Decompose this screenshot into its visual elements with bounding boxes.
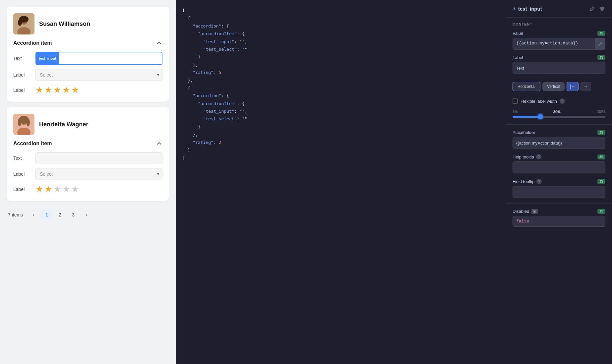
- orientation-field-group: Horizontal Vertical |← →: [506, 77, 612, 94]
- help-tooltip-input[interactable]: [513, 161, 605, 173]
- json-val-rating1: 5: [219, 70, 221, 75]
- field-tooltip-js-badge: JS: [597, 179, 605, 184]
- json-obj2-open: {: [188, 86, 190, 91]
- stars-row-2: Label ★ ★ ★ ★ ★: [13, 184, 162, 194]
- text-input-2[interactable]: [35, 152, 162, 164]
- field-tooltip-label: Field tooltip: [513, 179, 534, 184]
- user-row-1: Susan Williamson: [13, 13, 162, 34]
- stars-1: ★ ★ ★ ★ ★: [35, 85, 79, 95]
- left-panel: Susan Williamson Accordion item Text tes…: [0, 0, 176, 364]
- star-2-2[interactable]: ★: [44, 184, 52, 194]
- slider-fill: [513, 116, 540, 118]
- placeholder-field-group: Placeholder JS: [506, 127, 612, 152]
- json-editor[interactable]: [ { "accordion": { "accordionItem": { "t…: [176, 0, 506, 364]
- json-val-rating2: 2: [219, 140, 221, 145]
- star-2-5[interactable]: ★: [71, 184, 79, 194]
- rating-label-1: Label: [13, 88, 31, 93]
- divider-1: [506, 124, 612, 125]
- star-2-4[interactable]: ★: [62, 184, 70, 194]
- content-section-label: CONTENT: [506, 18, 612, 28]
- json-obj1-open: {: [188, 16, 190, 21]
- flexible-help-icon[interactable]: ?: [560, 98, 565, 104]
- font-icon: 𝐴: [513, 6, 516, 12]
- json-close-bracket: ]: [182, 155, 185, 160]
- avatar-susan-image: [13, 13, 34, 34]
- value-field-row: Value JS: [513, 31, 605, 36]
- json-item2-close: }: [198, 124, 201, 129]
- accordion-title-1: Accordion item: [13, 40, 52, 46]
- text-input-1[interactable]: [59, 52, 162, 64]
- delete-button[interactable]: [599, 5, 605, 12]
- accordion-title-2: Accordion item: [13, 141, 52, 147]
- slider-thumb[interactable]: [538, 114, 543, 119]
- chevron-up-icon-1[interactable]: [156, 40, 162, 46]
- page-next-btn[interactable]: ›: [81, 210, 92, 220]
- page-1-btn[interactable]: 1: [41, 210, 52, 220]
- horizontal-btn[interactable]: Horizontal: [513, 82, 540, 91]
- select-input-2[interactable]: Select: [35, 168, 162, 180]
- disabled-icon-badge: ▣: [531, 209, 538, 214]
- json-key-test_select2: "test_select": [203, 116, 237, 121]
- field-tooltip-input[interactable]: [513, 186, 605, 198]
- placeholder-input[interactable]: [513, 137, 605, 149]
- star-1-4[interactable]: ★: [62, 85, 70, 95]
- divider-2: [506, 203, 612, 204]
- json-key-test_input1: "test_input": [203, 39, 234, 44]
- help-tooltip-field-row: Help tooltip ? JS: [513, 154, 605, 159]
- slider-value-label: 30%: [553, 110, 561, 114]
- star-1-5[interactable]: ★: [71, 85, 79, 95]
- star-2-1[interactable]: ★: [35, 184, 43, 194]
- json-key-rating2: "rating": [193, 140, 214, 145]
- right-panel-header: 𝐴 test_input: [506, 0, 612, 18]
- label-input[interactable]: [513, 62, 605, 74]
- vertical-btn[interactable]: Vertical: [542, 82, 565, 91]
- right-panel: 𝐴 test_input CONTENT Value JS {{action.m…: [506, 0, 612, 364]
- help-tooltip-js-badge: JS: [597, 154, 605, 159]
- help-tooltip-label: Help tooltip: [513, 154, 534, 159]
- chevron-up-icon-2[interactable]: [156, 140, 162, 147]
- text-field-label-1: Text: [13, 56, 31, 61]
- flexible-checkbox[interactable]: [513, 98, 518, 104]
- field-tooltip-field-row: Field tooltip ? JS: [513, 179, 605, 184]
- value-input[interactable]: {{action.myAction.data}}: [513, 38, 595, 50]
- slider-section: 1% 30% 100%: [506, 108, 612, 122]
- slider-track[interactable]: [513, 116, 605, 118]
- star-1-1[interactable]: ★: [35, 85, 43, 95]
- svg-point-4: [18, 19, 22, 26]
- form-row-text-2: Text: [13, 152, 162, 164]
- field-tooltip-field-group: Field tooltip ? JS: [506, 176, 612, 201]
- form-row-select-2: Label Select ▾: [13, 168, 162, 180]
- star-1-2[interactable]: ★: [44, 85, 52, 95]
- label-js-badge: JS: [597, 55, 605, 60]
- select-field-label-2: Label: [13, 171, 31, 177]
- json-val-test_input1: "": [239, 39, 245, 44]
- select-wrapper-2: Select ▾: [35, 168, 162, 180]
- page-3-btn[interactable]: 3: [68, 210, 79, 220]
- flexible-label: Flexible label width: [520, 99, 557, 104]
- text-input-wrapper-1: test_input: [35, 52, 162, 65]
- json-val-test_select1: "": [242, 47, 247, 52]
- value-input-wrapper: {{action.myAction.data}} ⤢: [513, 38, 605, 50]
- user-name-susan: Susan Williamson: [39, 21, 90, 28]
- align-left-btn[interactable]: |←: [567, 82, 579, 91]
- disabled-field-group: Disabled ▣ JS false: [506, 206, 612, 229]
- align-right-btn[interactable]: →: [581, 82, 591, 91]
- form-row-select-1: Label Select ▾: [13, 69, 162, 81]
- edit-button[interactable]: [589, 5, 595, 12]
- select-wrapper-1: Select ▾: [35, 69, 162, 81]
- help-tooltip-help-icon[interactable]: ?: [536, 154, 541, 159]
- user-row-2: Henrietta Wagner: [13, 114, 162, 135]
- pagination: 7 items ‹ 1 2 3 ›: [7, 206, 169, 223]
- pagination-total: 7 items: [8, 212, 23, 217]
- star-2-3[interactable]: ★: [53, 184, 61, 194]
- page-2-btn[interactable]: 2: [55, 210, 65, 220]
- page-prev-btn[interactable]: ‹: [28, 210, 39, 220]
- text-field-label-2: Text: [13, 155, 31, 161]
- component-title: test_input: [518, 6, 542, 12]
- field-tooltip-help-icon[interactable]: ?: [536, 179, 542, 184]
- select-input-1[interactable]: Select: [35, 69, 162, 81]
- placeholder-label: Placeholder: [513, 130, 535, 135]
- user-card-1: Susan Williamson Accordion item Text tes…: [7, 7, 169, 102]
- json-key-accordion1: "accordion": [193, 24, 221, 29]
- star-1-3[interactable]: ★: [53, 85, 61, 95]
